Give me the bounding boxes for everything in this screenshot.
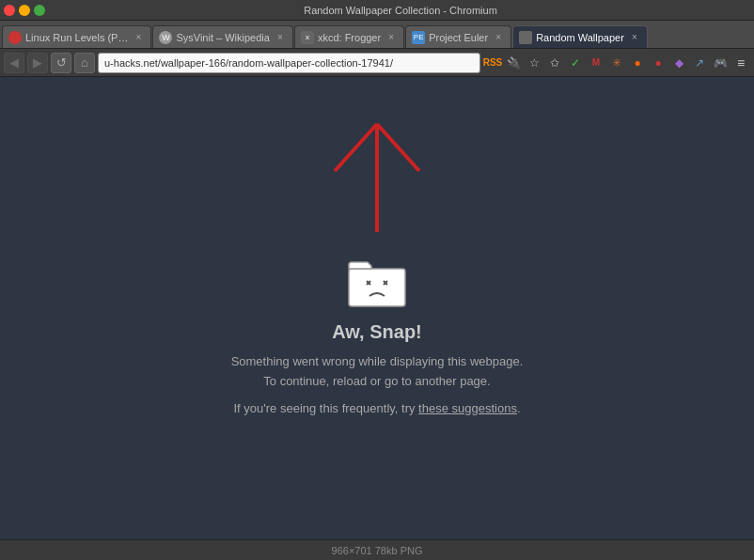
red-circle-icon[interactable]: ● [649, 54, 668, 72]
purple-icon[interactable]: ◆ [669, 54, 688, 72]
tab1-favicon [8, 31, 22, 44]
address-bar: ◀ ▶ ↺ ⌂ RSS 🔌 ☆ ✩ ✓ M ✳ ● ● ◆ ↗ 🎮 ≡ [0, 49, 754, 77]
error-desc-line2: To continue, reload or go to another pag… [263, 374, 490, 388]
asterisk-icon[interactable]: ✳ [607, 54, 626, 72]
tab3-label: xkcd: Frogger [318, 32, 381, 43]
tab5-close-btn[interactable]: × [628, 31, 641, 44]
arrow-icon[interactable]: ↗ [690, 54, 709, 72]
back-button[interactable]: ◀ [4, 53, 24, 73]
menu-icon[interactable]: ≡ [731, 54, 750, 72]
orange-icon[interactable]: ● [628, 54, 647, 72]
status-bar: 966×701 78kb PNG [0, 539, 754, 560]
gmail-icon[interactable]: M [587, 54, 605, 72]
sad-folder-icon [347, 256, 407, 308]
tab-bar: Linux Run Levels (P… × W SysVinit – Wiki… [0, 21, 754, 49]
error-content: Aw, Snap! Something went wrong while dis… [231, 256, 524, 415]
suggestion-link[interactable]: these suggestions [418, 401, 517, 415]
tab1-label: Linux Run Levels (P… [25, 32, 128, 43]
window-close-btn[interactable] [4, 5, 15, 16]
status-text: 966×701 78kb PNG [332, 545, 423, 556]
tab4-favicon: PE [412, 31, 425, 44]
window-title: Random Wallpaper Collection - Chromium [51, 5, 750, 16]
tab-sysvinit[interactable]: W SysVinit – Wikipedia × [152, 25, 292, 48]
tab-xkcd[interactable]: x xkcd: Frogger × [294, 25, 404, 48]
tab5-label: Random Wallpaper [536, 32, 624, 43]
game-icon[interactable]: 🎮 [711, 54, 730, 72]
star-empty-icon[interactable]: ☆ [525, 54, 543, 72]
error-suggestion: If you're seeing this frequently, try th… [233, 401, 520, 415]
tab3-close-btn[interactable]: × [385, 31, 398, 44]
suggestion-prefix: If you're seeing this frequently, try [233, 401, 418, 415]
error-description: Something went wrong while displaying th… [231, 352, 524, 392]
tab2-favicon: W [159, 31, 172, 44]
rss-icon[interactable]: RSS [483, 54, 502, 72]
tab4-close-btn[interactable]: × [492, 31, 505, 44]
page-content: Aw, Snap! Something went wrong while dis… [0, 77, 754, 539]
star-filled-icon[interactable]: ✩ [545, 54, 564, 72]
tab4-label: Project Euler [429, 32, 488, 43]
error-title: Aw, Snap! [332, 321, 422, 343]
tab5-favicon [519, 31, 532, 44]
tab-linux-run-levels[interactable]: Linux Run Levels (P… × [2, 25, 151, 48]
error-desc-line1: Something went wrong while displaying th… [231, 354, 524, 368]
tab3-favicon: x [301, 31, 314, 44]
svg-line-1 [335, 124, 377, 171]
title-bar: Random Wallpaper Collection - Chromium [0, 0, 754, 21]
suggestion-suffix: . [517, 401, 521, 415]
plugin-icon[interactable]: 🔌 [504, 54, 523, 72]
svg-rect-3 [349, 269, 405, 306]
window-controls[interactable] [4, 5, 45, 16]
reload-button[interactable]: ↺ [51, 53, 71, 73]
toolbar-icons: RSS 🔌 ☆ ✩ ✓ M ✳ ● ● ◆ ↗ 🎮 ≡ [483, 54, 750, 72]
window-max-btn[interactable] [34, 5, 45, 16]
home-button[interactable]: ⌂ [74, 53, 95, 73]
tab1-close-btn[interactable]: × [132, 31, 145, 44]
svg-line-2 [377, 124, 419, 171]
tab2-label: SysVinit – Wikipedia [176, 32, 269, 43]
tab-project-euler[interactable]: PE Project Euler × [405, 25, 511, 48]
check-icon[interactable]: ✓ [566, 54, 585, 72]
url-input[interactable] [98, 53, 480, 73]
red-arrow [283, 86, 471, 237]
window-min-btn[interactable] [19, 5, 30, 16]
tab-random-wallpaper[interactable]: Random Wallpaper × [512, 25, 648, 48]
tab2-close-btn[interactable]: × [274, 31, 287, 44]
forward-button[interactable]: ▶ [27, 53, 48, 73]
